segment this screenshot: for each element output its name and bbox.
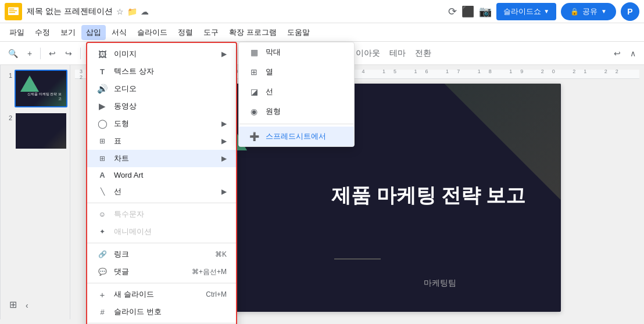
chart-from-spreadsheet[interactable]: ➕ 스프레드시트에서 [239,127,354,146]
bar-chart-label: 막대 [266,47,345,57]
audio-label: 오디오 [114,84,227,94]
menu-item-textbox[interactable]: T 텍스트 상자 [87,63,236,80]
theme-button[interactable]: 테마 [386,46,409,61]
svg-rect-4 [9,12,16,13]
menu-item-animation: ✦ 애니메이션 [87,223,236,240]
menu-help[interactable]: 도움말 [282,25,314,40]
chart-icon: ⊞ [96,154,108,163]
menu-item-new-slide[interactable]: + 새 슬라이드 Ctrl+M [87,286,236,303]
spreadsheet-icon: ➕ [248,132,260,141]
collapse-panel-button[interactable]: ‹ [21,296,33,315]
share-label: 공유 [582,6,598,17]
cloud-icon[interactable]: ☁ [141,7,149,16]
menu-item-image[interactable]: 🖼 이미지 ▶ [87,45,236,63]
table-icon: ⊞ [96,137,108,145]
svg-rect-3 [9,10,17,11]
chevron-up-icon[interactable]: ∧ [627,46,639,60]
link-shortcut: ⌘K [215,250,227,258]
line-arrow: ▶ [221,188,227,196]
folder-icon[interactable]: 📁 [127,7,137,16]
insert-dropdown-menu: 🖼 이미지 ▶ T 텍스트 상자 🔊 오디오 ▶ 동영상 ◯ 도형 ▶ ⊞ 표 … [86,42,237,324]
menu-section-1: 🖼 이미지 ▶ T 텍스트 상자 🔊 오디오 ▶ 동영상 ◯ 도형 ▶ ⊞ 표 … [87,43,236,203]
line-label: 선 [114,186,216,197]
slide-num-1: 1 [3,72,12,79]
table-arrow: ▶ [221,137,227,145]
chart-column[interactable]: ⊞ 열 [239,62,354,82]
undo2-icon[interactable]: ↩ [610,46,624,60]
comment-label: 댓글 [114,267,181,277]
slide-image-2[interactable] [15,112,67,150]
special-icon: ☺ [96,210,108,218]
share-arrow: ▼ [601,8,607,15]
camera-icon[interactable]: 📷 [479,5,492,18]
chart-bar[interactable]: ▦ 막대 [239,42,354,62]
menu-insert[interactable]: 삽입 [81,25,106,40]
menu-item-link[interactable]: 🔗 링크 ⌘K [87,246,236,263]
chart-submenu: ▦ 막대 ⊞ 열 ◪ 선 ◉ 원형 ➕ 스프레드시트에서 [238,42,355,147]
chart-pie[interactable]: ◉ 원형 [239,102,354,121]
slide-number-label: 슬라이드 번호 [114,307,227,317]
line-chart-icon: ◪ [248,87,260,96]
menu-tools[interactable]: 도구 [199,25,223,40]
menu-section-2: ☺ 특수문자 ✦ 애니메이션 [87,203,236,243]
link-icon: 🔗 [96,250,108,258]
sep1 [40,48,41,59]
lock-icon: 🔒 [570,8,579,16]
star-icon[interactable]: ☆ [116,7,124,16]
menu-item-wordart[interactable]: A Word Art [87,167,236,183]
shape-icon: ◯ [96,118,108,129]
add-button[interactable]: + [24,46,35,60]
pie-chart-icon: ◉ [248,107,260,116]
menu-edit[interactable]: 수정 [30,25,55,40]
slide-thumb-2[interactable]: 2 [3,112,67,150]
menu-bar: 파일 수정 보기 삽입 서식 슬라이드 정렬 도구 확장 프로그램 도움말 [0,23,644,42]
link-label: 링크 [114,249,205,260]
menu-view[interactable]: 보기 [56,25,80,40]
history-icon[interactable]: ⟳ [448,5,457,18]
grid-view-button[interactable]: ⊞ [5,294,22,315]
menu-extensions[interactable]: 확장 프로그램 [224,25,281,40]
transition-button[interactable]: 전환 [412,46,435,61]
animation-label: 애니메이션 [114,226,227,237]
menu-section-3: 🔗 링크 ⌘K 💬 댓글 ⌘+음선+M [87,243,236,283]
slide-sub-text: 마케팅팀 [424,278,456,289]
menu-file[interactable]: 파일 [5,25,29,40]
title-bar: 제목 없는 프레젠테이션 ☆ 📁 ☁ ⟳ ⬛ 📷 슬라이드쇼 ▼ 🔒 공유 ▼ … [0,0,644,23]
undo-button[interactable]: ↩ [45,46,59,60]
menu-item-table[interactable]: ⊞ 표 ▶ [87,132,236,150]
pie-chart-label: 원형 [266,106,345,117]
menu-item-shape[interactable]: ◯ 도형 ▶ [87,115,236,132]
menu-item-chart[interactable]: ⊞ 차트 ▶ [87,150,236,167]
menu-item-slide-number[interactable]: # 슬라이드 번호 [87,303,236,321]
slide-number-icon: # [96,308,108,316]
new-slide-shortcut: Ctrl+M [206,290,227,298]
textbox-icon: T [96,67,108,76]
shape-label: 도형 [114,118,216,129]
present-icon[interactable]: ⬛ [461,5,474,18]
app-icon [5,3,22,20]
menu-item-comment[interactable]: 💬 댓글 ⌘+음선+M [87,263,236,280]
audio-icon: 🔊 [96,84,108,94]
menu-item-line[interactable]: ╲ 선 ▶ [87,183,236,200]
share-button[interactable]: 🔒 공유 ▼ [561,3,616,20]
comment-shortcut: ⌘+음선+M [192,267,227,277]
spreadsheet-label: 스프레드시트에서 [266,131,345,142]
image-label: 이미지 [114,49,216,59]
search-button[interactable]: 🔍 [5,46,22,60]
chart-line[interactable]: ◪ 선 [239,82,354,102]
menu-slide[interactable]: 슬라이드 [133,25,172,40]
menu-format[interactable]: 서식 [107,25,131,40]
redo-button[interactable]: ↪ [62,46,76,60]
slide-image-1[interactable]: 신제품 마케팅 전략 보고 [15,70,67,107]
menu-item-audio[interactable]: 🔊 오디오 [87,80,236,98]
avatar[interactable]: P [621,2,639,21]
column-chart-icon: ⊞ [248,67,260,77]
line-icon: ╲ [96,188,108,196]
slideshow-button[interactable]: 슬라이드쇼 ▼ [496,3,556,20]
slideshow-label: 슬라이드쇼 [503,6,541,17]
submenu-sep [239,124,354,124]
slide-main-text: 제품 마케팅 전략 보고 [331,182,525,208]
slide-thumb-1[interactable]: 1 신제품 마케팅 전략 보고 [3,70,67,107]
menu-arrange[interactable]: 정렬 [173,25,198,40]
menu-item-video[interactable]: ▶ 동영상 [87,98,236,115]
